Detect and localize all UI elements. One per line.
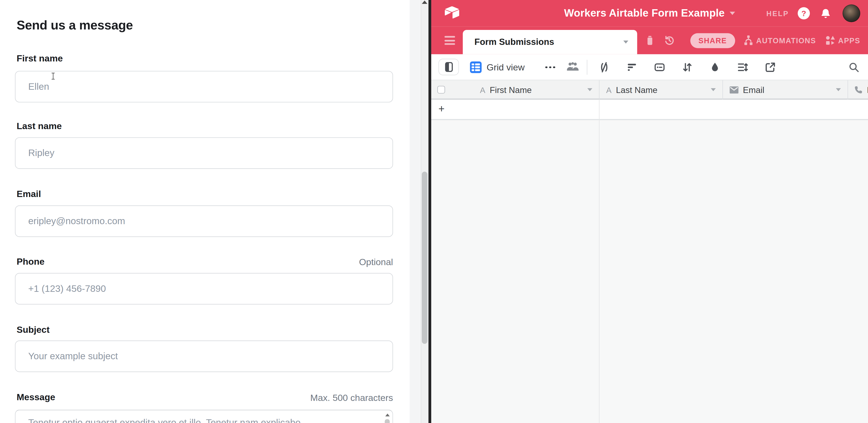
hide-fields-icon[interactable]: [599, 62, 610, 72]
email-placeholder: eripley@nostromo.com: [28, 216, 125, 227]
text-cursor-icon: [51, 72, 55, 80]
notifications-bell-icon[interactable]: [820, 8, 831, 19]
phone-placeholder: +1 (123) 456-7890: [28, 283, 106, 294]
page-scroll-gutter: [410, 0, 429, 423]
airtable-topbar: Workers Airtable Form Example HELP ?: [431, 0, 868, 27]
column-name: Email: [743, 85, 764, 95]
user-avatar[interactable]: [842, 4, 860, 22]
frozen-column-separator: [599, 120, 599, 423]
phone-input[interactable]: +1 (123) 456-7890: [15, 273, 393, 304]
view-options-ellipsis-button[interactable]: [545, 54, 555, 80]
message-placeholder: Tenetur optio quaerat expedita vero et i…: [28, 418, 301, 423]
apps-label: APPS: [838, 36, 860, 44]
scroll-up-arrow-icon: [385, 414, 390, 416]
row-height-icon[interactable]: [737, 62, 748, 72]
subject-label: Subject: [17, 325, 50, 335]
first-name-input[interactable]: Ellen: [15, 71, 393, 102]
form-title: Send us a message: [17, 18, 133, 33]
frozen-column-separator: [599, 100, 599, 120]
textarea-scroll-thumb[interactable]: [385, 419, 390, 423]
grid-view-icon[interactable]: [470, 61, 482, 73]
page-scrollbar-thumb[interactable]: [422, 172, 427, 344]
automations-icon: [743, 35, 753, 46]
trash-icon[interactable]: [645, 35, 655, 46]
grid-body-empty: [431, 120, 868, 423]
tables-menu-icon[interactable]: [444, 36, 455, 44]
column-header-phone[interactable]: Phone: [854, 80, 868, 100]
textarea-scrollbar[interactable]: [384, 411, 391, 423]
phone-optional-note: Optional: [359, 257, 393, 267]
subject-placeholder: Your example subject: [28, 351, 118, 362]
table-caret-icon[interactable]: [623, 40, 628, 44]
history-icon[interactable]: [663, 35, 675, 46]
message-maxchars-note: Max. 500 characters: [310, 393, 393, 403]
help-question-icon[interactable]: ?: [798, 7, 810, 19]
select-all-checkbox[interactable]: [437, 86, 445, 94]
search-icon[interactable]: [849, 62, 859, 72]
phone-label: Phone: [17, 256, 44, 267]
apps-icon: [826, 35, 835, 46]
email-input[interactable]: eripley@nostromo.com: [15, 206, 393, 237]
column-header-email[interactable]: Email: [730, 80, 829, 100]
group-icon[interactable]: [654, 62, 665, 72]
share-button[interactable]: SHARE: [690, 33, 735, 48]
help-button[interactable]: HELP: [766, 9, 789, 18]
airtable-pane: Workers Airtable Form Example HELP ? For…: [431, 0, 868, 423]
column-separator[interactable]: [599, 80, 599, 100]
tab-form-submissions[interactable]: Form Submissions: [463, 30, 637, 54]
share-view-icon[interactable]: [765, 62, 776, 72]
last-name-placeholder: Ripley: [28, 148, 55, 158]
screenshot-stage: Send us a message First name Ellen Last …: [0, 0, 868, 423]
last-name-label: Last name: [17, 121, 62, 131]
column-header-last-name[interactable]: A Last Name: [606, 80, 706, 100]
share-button-label: SHARE: [699, 36, 727, 44]
color-icon[interactable]: [710, 62, 720, 72]
view-toolbar: Grid view: [431, 54, 868, 80]
column-caret-icon[interactable]: [836, 88, 841, 91]
column-caret-icon[interactable]: [587, 88, 592, 91]
email-field-icon: [730, 86, 739, 93]
base-title-caret-icon[interactable]: [730, 12, 735, 15]
last-name-input[interactable]: Ripley: [15, 138, 393, 169]
base-title[interactable]: Workers Airtable Form Example: [564, 7, 724, 19]
toggle-view-sidebar-button[interactable]: [438, 59, 459, 75]
column-name: First Name: [490, 85, 531, 95]
subject-input[interactable]: Your example subject: [15, 341, 393, 372]
toolbar-divider: [587, 60, 587, 75]
apps-button[interactable]: APPS: [826, 35, 860, 46]
column-name: Phone: [867, 85, 868, 95]
window-divider[interactable]: [429, 0, 431, 423]
automations-label: AUTOMATIONS: [756, 36, 816, 44]
active-table-name: Form Submissions: [474, 37, 554, 47]
column-separator[interactable]: [722, 80, 723, 100]
grid-header-row: A First Name A Last Name Email: [431, 80, 868, 100]
scrollbar-up-arrow-icon[interactable]: [422, 0, 427, 4]
first-name-label: First name: [17, 53, 63, 64]
email-label: Email: [17, 189, 41, 199]
collaborators-icon[interactable]: [566, 61, 580, 72]
message-label: Message: [17, 392, 55, 402]
message-textarea[interactable]: Tenetur optio quaerat expedita vero et i…: [15, 410, 393, 423]
sidebar-toggle-icon: [445, 62, 453, 72]
airtable-tabbar: Form Submissions SHARE: [431, 27, 868, 54]
column-name: Last Name: [616, 85, 657, 95]
phone-field-icon: [854, 86, 863, 94]
filter-icon[interactable]: [627, 62, 637, 72]
text-field-icon: A: [480, 86, 485, 94]
sort-icon[interactable]: [682, 62, 692, 72]
column-header-first-name[interactable]: A First Name: [480, 80, 591, 100]
view-name[interactable]: Grid view: [487, 54, 525, 80]
text-field-icon: A: [606, 86, 612, 94]
first-name-placeholder: Ellen: [28, 81, 49, 92]
contact-form-pane: Send us a message First name Ellen Last …: [0, 0, 410, 423]
add-row-strip[interactable]: +: [431, 100, 868, 120]
column-caret-icon[interactable]: [711, 88, 716, 91]
automations-button[interactable]: AUTOMATIONS: [743, 35, 816, 46]
add-row-plus-icon[interactable]: +: [438, 103, 444, 115]
column-separator[interactable]: [847, 80, 848, 100]
